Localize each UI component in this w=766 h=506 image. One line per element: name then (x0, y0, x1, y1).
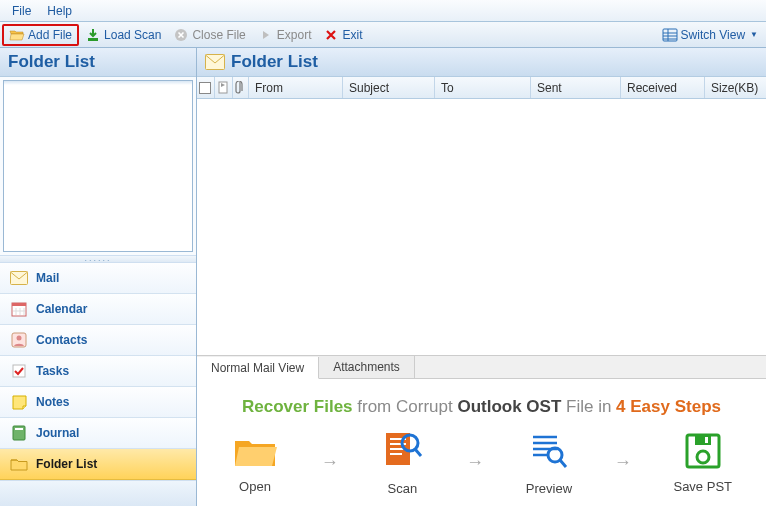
nav-label: Contacts (36, 333, 87, 347)
contacts-icon (10, 331, 28, 349)
toolbar: Add File Load Scan Close File Export Exi… (0, 22, 766, 48)
close-file-label: Close File (192, 28, 245, 42)
grid-body[interactable] (197, 99, 766, 355)
steps-row: Open → Scan → Preview → Save PST (217, 429, 746, 496)
export-icon (258, 27, 274, 43)
switch-view-button[interactable]: Switch View ▼ (656, 25, 764, 45)
download-icon (85, 27, 101, 43)
menu-file[interactable]: File (4, 2, 39, 20)
svg-point-38 (697, 451, 709, 463)
nav-list: Mail Calendar Contacts Tasks Notes Journ… (0, 263, 196, 480)
col-size[interactable]: Size(KB) (705, 77, 765, 98)
chevron-down-icon: ▼ (750, 30, 758, 39)
step-open: Open (231, 431, 279, 494)
open-folder-icon (231, 431, 279, 471)
folder-list-icon (10, 455, 28, 473)
right-title: Folder List (197, 48, 766, 77)
col-subject[interactable]: Subject (343, 77, 435, 98)
left-title: Folder List (0, 48, 196, 77)
col-to[interactable]: To (435, 77, 531, 98)
tab-normal[interactable]: Normal Mail View (197, 357, 319, 379)
nav-tasks[interactable]: Tasks (0, 356, 196, 387)
left-panel: Folder List Mail Calendar Contacts Tasks (0, 48, 197, 506)
step-scan: Scan (380, 429, 424, 496)
export-button[interactable]: Export (252, 25, 318, 45)
svg-rect-37 (705, 437, 708, 443)
close-icon (173, 27, 189, 43)
svg-rect-9 (12, 303, 26, 306)
nav-label: Calendar (36, 302, 87, 316)
nav-folder-list[interactable]: Folder List (0, 449, 196, 480)
switch-view-icon (662, 27, 678, 43)
nav-label: Notes (36, 395, 69, 409)
scan-icon (380, 429, 424, 473)
preview-icon (527, 429, 571, 473)
svg-rect-16 (13, 365, 25, 377)
arrow-icon: → (321, 452, 339, 473)
promo-text: Recover Files from Corrupt Outlook OST F… (217, 397, 746, 417)
exit-button[interactable]: Exit (317, 25, 368, 45)
svg-rect-7 (11, 272, 28, 285)
nav-label: Journal (36, 426, 79, 440)
exit-icon (323, 27, 339, 43)
nav-notes[interactable]: Notes (0, 387, 196, 418)
nav-footer (0, 480, 196, 506)
right-panel: Folder List From Subject To Sent Receive… (197, 48, 766, 506)
col-received[interactable]: Received (621, 77, 705, 98)
splitter[interactable] (0, 255, 196, 263)
nav-mail[interactable]: Mail (0, 263, 196, 294)
mail-icon (10, 269, 28, 287)
svg-rect-21 (219, 82, 227, 93)
menu-bar: File Help (0, 0, 766, 22)
tab-attachments[interactable]: Attachments (319, 356, 415, 378)
switch-view-label: Switch View (681, 28, 745, 42)
step-preview: Preview (526, 429, 572, 496)
col-sent[interactable]: Sent (531, 77, 621, 98)
tasks-icon (10, 362, 28, 380)
save-icon (683, 431, 723, 471)
notes-icon (10, 393, 28, 411)
svg-rect-20 (200, 82, 211, 93)
preview-tabs: Normal Mail View Attachments (197, 355, 766, 379)
folder-open-icon (9, 27, 25, 43)
svg-rect-18 (15, 428, 23, 430)
grid-header: From Subject To Sent Received Size(KB) (197, 77, 766, 99)
col-flag-icon[interactable] (215, 77, 233, 98)
step-save: Save PST (673, 431, 732, 494)
envelope-icon (205, 54, 225, 70)
nav-label: Folder List (36, 457, 97, 471)
load-scan-label: Load Scan (104, 28, 161, 42)
svg-rect-36 (695, 435, 711, 445)
export-label: Export (277, 28, 312, 42)
nav-calendar[interactable]: Calendar (0, 294, 196, 325)
svg-line-28 (415, 449, 421, 456)
calendar-icon (10, 300, 28, 318)
svg-point-15 (17, 336, 22, 341)
exit-label: Exit (342, 28, 362, 42)
add-file-label: Add File (28, 28, 72, 42)
arrow-icon: → (466, 452, 484, 473)
arrow-icon: → (614, 452, 632, 473)
journal-icon (10, 424, 28, 442)
svg-line-34 (560, 460, 566, 467)
col-attachment-icon[interactable] (233, 77, 249, 98)
menu-help[interactable]: Help (39, 2, 80, 20)
col-from[interactable]: From (249, 77, 343, 98)
add-file-button[interactable]: Add File (2, 24, 79, 46)
nav-contacts[interactable]: Contacts (0, 325, 196, 356)
load-scan-button[interactable]: Load Scan (79, 25, 167, 45)
close-file-button[interactable]: Close File (167, 25, 251, 45)
col-checkbox[interactable] (197, 77, 215, 98)
nav-label: Mail (36, 271, 59, 285)
nav-journal[interactable]: Journal (0, 418, 196, 449)
folder-tree[interactable] (3, 80, 193, 252)
svg-rect-0 (88, 38, 98, 41)
promo-panel: Recover Files from Corrupt Outlook OST F… (197, 379, 766, 506)
nav-label: Tasks (36, 364, 69, 378)
